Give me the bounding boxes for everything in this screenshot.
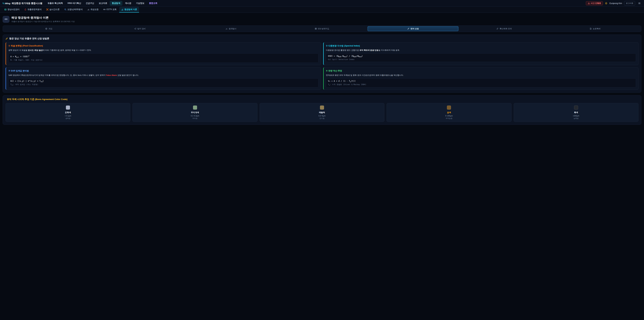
subtab-label: CCTV 조회 — [106, 8, 116, 11]
wave-icon — [2, 2, 5, 5]
thickness-range: < 0.1μm — [8, 115, 128, 117]
logo-mark: Wing — [5, 2, 10, 5]
tab-papers-patents[interactable]: 논문특허 — [550, 26, 641, 31]
formula: V₀ = A × d / (1 - fe(t)) — [328, 80, 634, 83]
method-card-pixel-classification: ① 픽셀 분류법 (Pixel Classification) 광학 영상의 각… — [6, 42, 321, 65]
thickness-name: 무지개색 — [134, 111, 256, 114]
thickness-name: 갈색 — [388, 111, 510, 114]
method-card-spectral-index: ② 다중분광 지수법 (Spectral Index) 다중분광 센서로 촬영된… — [323, 42, 639, 65]
menu-item-aerial-search[interactable]: 항공탐색 — [110, 1, 122, 6]
subtab-label: 유출유면적분석 — [28, 8, 42, 11]
theory-tab-bar: 개요 탐지 장비 원격탐사 ESI 방제지도 면적 산정 확산예측 연계 논문특… — [3, 26, 641, 32]
menu-item-hns[interactable]: HNS·대기확산 — [66, 1, 83, 6]
notification-bell-icon[interactable] — [605, 2, 608, 5]
method-body: 면적(A)과 평균 유막 두께(d) 및 풍화 경과 시간(t)으로부터 원래 … — [326, 74, 636, 77]
bonn-title-text: 유막 두께 시각적 추정 기준 (Bonn Agreement Color Co… — [7, 98, 68, 101]
plane-icon — [134, 28, 136, 30]
color-swatch — [447, 106, 451, 110]
tab-area-estimation[interactable]: 면적 산정 — [368, 26, 458, 31]
image-icon — [4, 8, 6, 11]
subtab-image-management[interactable]: 영상사진관리 — [2, 7, 22, 13]
brand[interactable]: Wing 해양환경 위기대응 통합시스템 — [2, 2, 42, 5]
top-bar: Wing 해양환경 위기대응 통합시스템 유출유 확산예측 HNS·대기확산 긴… — [0, 0, 644, 7]
method-body: SAR 영상에서 후방산란계수(σ°)의 임계값 이하를 유막으로 판정합니다.… — [8, 74, 318, 77]
menu-item-weather[interactable]: 기상정보 — [134, 1, 146, 6]
methods-title-text: 항공 영상 기반 유출유 면적 산정 방법론 — [9, 37, 49, 40]
formula: Oil = {(x,y) | σ°(x,y) < Tth} — [10, 80, 316, 83]
subtab-live-drone[interactable]: 실시간드론 — [44, 7, 62, 13]
satellite-icon — [226, 28, 228, 30]
pencil-icon — [407, 28, 410, 30]
thickness-range: 0.1~0.3μm — [134, 115, 256, 117]
tab-label: 논문특허 — [593, 28, 600, 30]
thickness-name: 흑색 — [516, 111, 636, 114]
incident-status-badge[interactable]: 사고 진행중 — [586, 1, 603, 5]
subtab-cctv[interactable]: CCTV 조회 — [101, 7, 118, 13]
tab-esi-map[interactable]: ESI 방제지도 — [276, 26, 368, 31]
tab-diffusion-link[interactable]: 확산예측 연계 — [458, 26, 550, 31]
menu-item-reports[interactable]: 보고자료 — [96, 1, 109, 6]
menu-item-spill-prediction[interactable]: 유출유 확산예측 — [46, 1, 65, 6]
method-body: 다중분광 센서로 촬영된 밴드 조합으로 유막 특유의 분광 반응을 지수화하여… — [326, 49, 636, 52]
tab-remote-sensing[interactable]: 원격탐사 — [186, 26, 276, 31]
menu-item-integrated-search[interactable]: 통합조회 — [147, 1, 160, 6]
tab-label: 개요 — [48, 28, 52, 30]
app-title: 해양환경 위기대응 통합시스템 — [12, 2, 42, 5]
satellite-icon — [88, 8, 90, 11]
color-swatch — [193, 106, 197, 110]
bonn-card-silver-gray: 은회색 < 0.1μm 광택층 — [6, 103, 130, 122]
link-icon — [496, 28, 498, 30]
tab-label: ESI 방제지도 — [318, 28, 330, 30]
subtab-satellite-request[interactable]: 위성요청 — [85, 7, 100, 13]
method-card-volume-inversion: ④ 유량 역산 추정 면적(A)과 평균 유막 두께(d) 및 풍화 경과 시간… — [323, 67, 639, 90]
formula-note: Tth: 최적 임계값 (국소 적응형) — [10, 83, 316, 86]
formula-block: Oil = {(x,y) | σ°(x,y) < Tth} Tth: 최적 임계… — [8, 78, 318, 87]
thickness-range: 0.3~5μm — [262, 115, 382, 117]
bonn-card-brown: 갈색 5~200μm 두꺼운층 — [386, 103, 511, 122]
subtab-oil-area-analysis[interactable]: 유출유면적분석 — [22, 7, 44, 13]
bonn-grid: 은회색 < 0.1μm 광택층 무지개색 0.1~0.3μm 박막층 메탈릭 0… — [6, 103, 638, 122]
method-title: ④ 유량 역산 추정 — [326, 70, 636, 72]
subtab-label: 실시간드론 — [50, 8, 60, 11]
map-grid-icon — [315, 28, 317, 30]
subtab-label: 항공탐색 이론 — [124, 8, 137, 11]
formula-block: V₀ = A × d / (1 - fe(t)) fe: 누적 증발분 (Sti… — [326, 78, 636, 87]
tab-overview[interactable]: 개요 — [3, 26, 94, 31]
cctv-icon — [103, 8, 106, 11]
subtab-label: 오염/선박3D분석 — [68, 8, 83, 11]
tab-label: 확산예측 연계 — [500, 28, 512, 30]
bonn-section-title: 유막 두께 시각적 추정 기준 (Bonn Agreement Color Co… — [6, 98, 638, 101]
top-right: 사고 진행중 Eunjeong Kim 로그아웃 — [586, 1, 642, 6]
thickness-name: 은회색 — [8, 111, 128, 114]
layer-type: 광택층 — [8, 117, 128, 120]
drone-icon — [46, 8, 48, 11]
area-methods-panel: 항공 영상 기반 유출유 면적 산정 방법론 ① 픽셀 분류법 (Pixel C… — [3, 35, 641, 93]
method-title: ① 픽셀 분류법 (Pixel Classification) — [8, 45, 318, 47]
subtab-pollution-ship-3d[interactable]: 오염/선박3D분석 — [62, 7, 85, 13]
globe-icon — [45, 28, 47, 30]
bonn-color-code-panel: 유막 두께 시각적 추정 기준 (Bonn Agreement Color Co… — [3, 95, 641, 125]
subtab-aerial-search-theory[interactable]: 항공탐색 이론 — [119, 7, 139, 13]
hamburger-menu-icon[interactable] — [637, 1, 642, 5]
pencil-icon — [6, 37, 8, 40]
layer-type: 두꺼운층 — [388, 117, 510, 120]
chart-icon — [121, 8, 124, 11]
page-icon — [3, 16, 10, 23]
tab-detection-equipment[interactable]: 탐지 장비 — [94, 26, 186, 31]
page-header: 해양 항공탐색·원격탐사 이론 유출유 원격탐지·항공감시 기법·ESI 방제정… — [3, 16, 641, 23]
thickness-range: 5~200μm — [388, 115, 510, 117]
logout-button[interactable]: 로그아웃 — [624, 1, 635, 6]
menu-item-rescue[interactable]: 긴급구난 — [84, 1, 96, 6]
subtab-label: 영상사진관리 — [8, 8, 20, 11]
tab-label: 면적 산정 — [410, 28, 419, 30]
thickness-range: >200μm — [516, 115, 636, 117]
formula-note: Oil Spill Detection Index — [328, 58, 634, 60]
menu-item-board[interactable]: 게시판 — [123, 1, 134, 6]
bonn-card-metallic: 메탈릭 0.3~5μm 전이층 — [260, 103, 384, 122]
droplet-icon — [24, 8, 26, 11]
formula-note: N: 기름 픽셀수, GSD: 지상 표본거리 — [10, 59, 316, 61]
incident-badge-label: 사고 진행중 — [591, 2, 601, 5]
thickness-name: 메탈릭 — [262, 111, 382, 114]
color-swatch — [574, 106, 578, 110]
ruler-icon — [4, 18, 8, 21]
